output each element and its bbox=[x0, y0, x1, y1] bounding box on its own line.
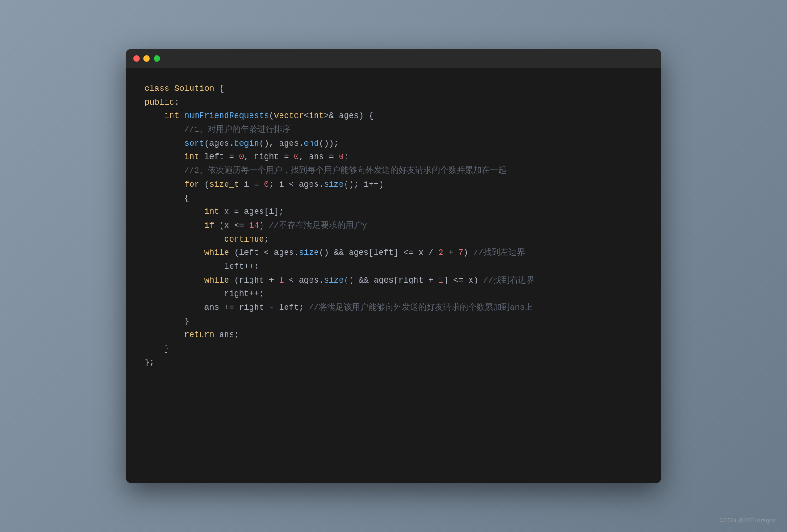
code-line-8: for (size_t i = 0; i < ages.size(); i++) bbox=[144, 178, 643, 192]
num-2: 2 bbox=[438, 248, 443, 257]
code-line-19: return ans; bbox=[144, 328, 643, 342]
code-editor: class Solution { public: int numFriendRe… bbox=[126, 68, 661, 483]
type-int: int bbox=[309, 111, 324, 120]
keyword-return: return bbox=[184, 330, 214, 339]
fn-begin: begin bbox=[234, 139, 259, 148]
minimize-button[interactable] bbox=[143, 55, 150, 62]
keyword-int-2: int bbox=[184, 152, 199, 161]
comment-4: //找到左边界 bbox=[473, 248, 525, 257]
code-line-18: } bbox=[144, 315, 643, 329]
keyword-while-1: while bbox=[204, 248, 229, 257]
code-line-10: int x = ages[i]; bbox=[144, 205, 643, 219]
num-0-3: 0 bbox=[339, 152, 344, 161]
num-0-4: 0 bbox=[264, 180, 269, 189]
class-name: Solution bbox=[174, 84, 214, 93]
fn-size-1: size bbox=[324, 180, 344, 189]
maximize-button[interactable] bbox=[154, 55, 160, 62]
code-line-7: //2、依次遍历每一个用户，找到每个用户能够向外发送的好友请求的个数并累加在一起 bbox=[144, 164, 643, 178]
keyword-continue: continue bbox=[224, 235, 264, 244]
code-line-2: public: bbox=[144, 96, 643, 110]
code-line-14: left++; bbox=[144, 260, 643, 274]
code-line-20: } bbox=[144, 342, 643, 356]
keyword-class: class bbox=[144, 84, 169, 93]
num-1: 1 bbox=[279, 276, 284, 285]
close-button[interactable] bbox=[133, 55, 140, 62]
keyword-int-3: int bbox=[204, 207, 219, 216]
keyword-public: public bbox=[144, 98, 174, 107]
window-titlebar bbox=[126, 49, 661, 68]
code-line-15: while (right + 1 < ages.size() && ages[r… bbox=[144, 274, 643, 288]
code-line-11: if (x <= 14) //不存在满足要求的用户y bbox=[144, 219, 643, 233]
num-7: 7 bbox=[459, 248, 464, 257]
fn-sort: sort bbox=[184, 139, 204, 148]
keyword-int-1: int bbox=[164, 111, 179, 120]
code-line-1: class Solution { bbox=[144, 82, 643, 96]
num-14: 14 bbox=[249, 221, 259, 230]
num-0-2: 0 bbox=[294, 152, 299, 161]
fn-end: end bbox=[304, 139, 319, 148]
comment-3: //不存在满足要求的用户y bbox=[269, 221, 367, 230]
code-line-3: int numFriendRequests(vector<int>& ages)… bbox=[144, 109, 643, 123]
code-line-13: while (left < ages.size() && ages[left] … bbox=[144, 246, 643, 260]
keyword-for: for bbox=[184, 180, 199, 189]
code-line-21: }; bbox=[144, 356, 643, 370]
comment-5: //找到右边界 bbox=[483, 276, 535, 285]
type-size_t: size_t bbox=[209, 180, 239, 189]
code-line-4: //1、对用户的年龄进行排序 bbox=[144, 123, 643, 137]
watermark: CSDN @2021dragon bbox=[719, 517, 776, 524]
fn-size-2: size bbox=[299, 248, 319, 257]
keyword-if: if bbox=[204, 221, 215, 230]
comment-2: //2、依次遍历每一个用户，找到每个用户能够向外发送的好友请求的个数并累加在一起 bbox=[184, 166, 506, 175]
code-line-12: continue; bbox=[144, 233, 643, 247]
code-line-16: right++; bbox=[144, 287, 643, 301]
code-line-17: ans += right - left; //将满足该用户能够向外发送的好友请求… bbox=[144, 301, 643, 315]
code-line-9: { bbox=[144, 192, 643, 206]
num-0-1: 0 bbox=[239, 152, 244, 161]
code-line-6: int left = 0, right = 0, ans = 0; bbox=[144, 150, 643, 164]
fn-numFriendRequests: numFriendRequests bbox=[184, 111, 269, 120]
fn-size-3: size bbox=[324, 276, 344, 285]
code-line-5: sort(ages.begin(), ages.end()); bbox=[144, 137, 643, 151]
code-window: class Solution { public: int numFriendRe… bbox=[126, 49, 661, 483]
keyword-while-2: while bbox=[204, 276, 229, 285]
type-vector: vector bbox=[274, 111, 304, 120]
comment-1: //1、对用户的年龄进行排序 bbox=[184, 125, 290, 134]
comment-6: //将满足该用户能够向外发送的好友请求的个数累加到ans上 bbox=[309, 303, 533, 312]
num-1-2: 1 bbox=[438, 276, 443, 285]
